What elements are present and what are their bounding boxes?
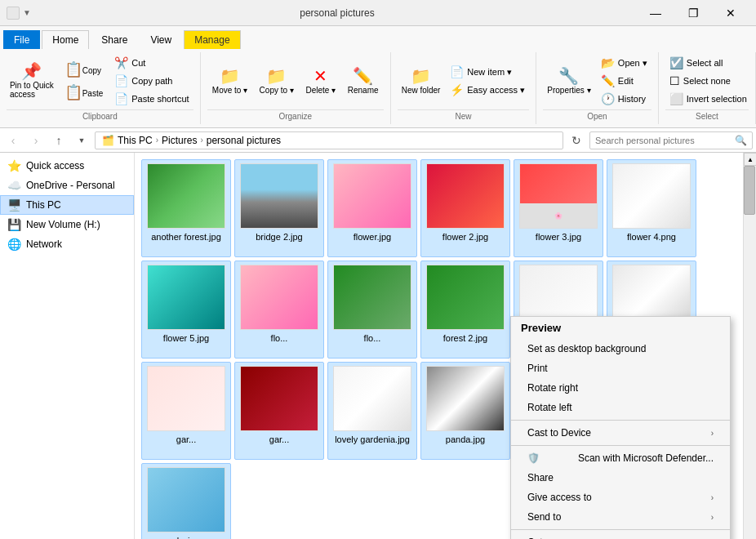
sidebar-item-this-pc[interactable]: 🖥️ This PC	[0, 195, 134, 215]
tab-share[interactable]: Share	[91, 30, 138, 49]
nav-bar: ‹ › ↑ ▼ 🗂️ This PC › Pictures › personal…	[0, 128, 756, 153]
paste-shortcut-icon: 📄	[114, 92, 128, 105]
list-item[interactable]: flower.jpg	[327, 159, 417, 257]
ctx-set-desktop[interactable]: Set as desktop background	[511, 339, 730, 359]
list-item[interactable]: flower 4.png	[607, 159, 696, 257]
invert-selection-button[interactable]: ⬜ Invert selection	[665, 90, 751, 108]
paste-button[interactable]: 📋 Paste	[59, 81, 109, 104]
file-name: bridge 2.jpg	[256, 232, 303, 242]
sidebar-item-network[interactable]: 🌐 Network	[0, 234, 134, 254]
scroll-thumb[interactable]	[744, 166, 755, 215]
ctx-rotate-left[interactable]: Rotate left	[511, 398, 730, 417]
cut-button[interactable]: ✂️ Cut	[110, 54, 193, 72]
list-item[interactable]: 🌸 flower 3.jpg	[514, 159, 603, 257]
rename-icon: ✏️	[353, 68, 373, 84]
cast-arrow: ›	[711, 429, 714, 438]
move-to-button[interactable]: 📁 Move to ▾	[207, 64, 253, 99]
file-thumbnail	[333, 265, 411, 330]
tab-file[interactable]: File	[3, 30, 40, 49]
select-none-button[interactable]: ☐ Select none	[665, 72, 751, 90]
rename-button[interactable]: ✏️ Rename	[342, 64, 383, 99]
ctx-send-to[interactable]: Send to ›	[511, 507, 730, 527]
list-item[interactable]: flo...	[327, 261, 417, 359]
new-label: New	[398, 109, 529, 122]
sidebar: ⭐ Quick access ☁️ OneDrive - Personal 🖥️…	[0, 153, 135, 539]
ctx-cast[interactable]: Cast to Device ›	[511, 423, 730, 443]
move-to-icon: 📁	[220, 68, 240, 84]
refresh-button[interactable]: ↻	[567, 131, 586, 150]
group-new: 📁 New folder 📄 New item ▾ ⚡ Easy access …	[391, 52, 536, 124]
new-volume-icon: 💾	[7, 218, 21, 231]
copy-to-button[interactable]: 📁 Copy to ▾	[254, 64, 299, 99]
tab-view[interactable]: View	[140, 30, 182, 49]
open-button[interactable]: 📂 Open ▾	[597, 54, 651, 72]
back-button[interactable]: ‹	[3, 131, 23, 150]
minimize-button[interactable]: —	[637, 0, 674, 26]
ribbon-content: 📌 Pin to Quickaccess 📋 Copy 📋 Paste	[0, 49, 756, 127]
this-pc-label: This PC	[26, 199, 127, 211]
ctx-rotate-right[interactable]: Rotate right	[511, 378, 730, 398]
new-item-button[interactable]: 📄 New item ▾	[446, 63, 529, 81]
pin-to-quick-access-button[interactable]: 📌 Pin to Quickaccess	[7, 59, 57, 103]
search-input[interactable]	[595, 136, 735, 145]
list-item[interactable]: flower 2.jpg	[420, 159, 510, 257]
title-bar-icons: ▼	[7, 7, 31, 20]
clipboard-small-group: 📋 Copy 📋 Paste	[59, 58, 109, 104]
ctx-give-access[interactable]: Give access to ›	[511, 488, 730, 507]
list-item[interactable]: flo...	[234, 261, 324, 359]
forward-button[interactable]: ›	[26, 131, 46, 150]
defender-icon: 🛡️	[527, 452, 540, 464]
properties-button[interactable]: 🔧 Properties ▾	[543, 64, 595, 99]
this-pc-icon: 🖥️	[7, 198, 21, 212]
send-to-arrow: ›	[711, 513, 714, 522]
ctx-share[interactable]: Share	[511, 468, 730, 488]
delete-button[interactable]: ✕ Delete ▾	[300, 64, 340, 99]
breadcrumb[interactable]: 🗂️ This PC › Pictures › personal picture…	[95, 131, 563, 149]
list-item[interactable]: another forest.jpg	[141, 159, 231, 257]
sidebar-item-quick-access[interactable]: ⭐ Quick access	[0, 156, 134, 176]
list-item[interactable]: panda.jpg	[420, 362, 510, 460]
paste-shortcut-button[interactable]: 📄 Paste shortcut	[110, 90, 193, 108]
select-all-button[interactable]: ☑️ Select all	[665, 54, 751, 72]
up-button[interactable]: ↑	[49, 131, 69, 150]
list-item[interactable]: forest 2.jpg	[420, 261, 510, 359]
history-button[interactable]: 🕐 History	[597, 90, 651, 108]
edit-icon: ✏️	[601, 74, 615, 87]
new-folder-button[interactable]: 📁 New folder	[398, 64, 444, 99]
open-label: Open	[543, 109, 651, 122]
close-button[interactable]: ✕	[712, 0, 749, 26]
search-icon: 🔍	[735, 135, 747, 146]
history-icon: 🕐	[601, 92, 615, 105]
maximize-button[interactable]: ❐	[674, 0, 712, 26]
scroll-up-button[interactable]: ▲	[744, 153, 756, 166]
ctx-cut[interactable]: Cut	[511, 532, 730, 539]
sidebar-item-new-volume[interactable]: 💾 New Volume (H:)	[0, 215, 134, 234]
list-item[interactable]: sky.jpg	[141, 463, 231, 539]
list-item[interactable]: flower 5.jpg	[141, 261, 231, 359]
copy-path-button[interactable]: 📄 Copy path	[110, 72, 193, 90]
list-item[interactable]: lovely gardenia.jpg	[327, 362, 417, 460]
copy-button[interactable]: 📋 Copy	[59, 58, 109, 81]
tab-home[interactable]: Home	[42, 30, 89, 49]
edit-button[interactable]: ✏️ Edit	[597, 72, 651, 90]
delete-icon: ✕	[314, 68, 327, 84]
sidebar-item-onedrive[interactable]: ☁️ OneDrive - Personal	[0, 176, 134, 195]
list-item[interactable]: gar...	[141, 362, 231, 460]
select-all-icon: ☑️	[669, 56, 683, 69]
onedrive-icon: ☁️	[7, 179, 21, 192]
context-menu: Preview Set as desktop background Print …	[510, 316, 731, 539]
tab-manage[interactable]: Manage	[184, 30, 240, 49]
ctx-scan[interactable]: 🛡️ Scan with Microsoft Defender...	[511, 448, 730, 468]
scrollbar: ▲ ▼	[743, 153, 756, 539]
give-access-arrow: ›	[711, 493, 714, 502]
list-item[interactable]: gar...	[234, 362, 324, 460]
easy-access-icon: ⚡	[450, 83, 464, 96]
file-thumbnail: 🌸	[519, 163, 598, 229]
ctx-print[interactable]: Print	[511, 359, 730, 378]
file-grid: another forest.jpg bridge 2.jpg flower.j…	[135, 153, 743, 539]
recent-locations-button[interactable]: ▼	[72, 131, 91, 150]
paste-icon: 📋	[64, 85, 82, 100]
list-item[interactable]: bridge 2.jpg	[234, 159, 324, 257]
easy-access-button[interactable]: ⚡ Easy access ▾	[446, 81, 529, 99]
group-select: ☑️ Select all ☐ Select none ⬜ Invert sel…	[659, 52, 756, 124]
